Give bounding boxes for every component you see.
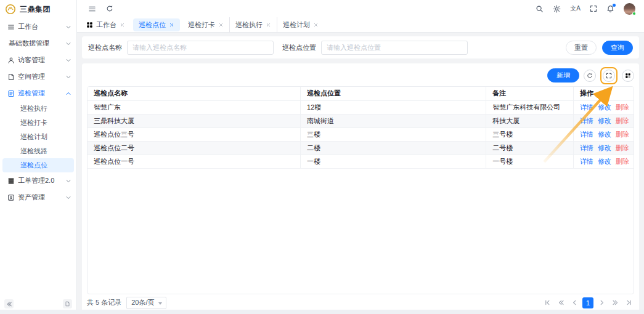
- edit-link[interactable]: 修改: [598, 117, 611, 124]
- next-group-button[interactable]: [609, 297, 621, 308]
- delete-link[interactable]: 删除: [616, 117, 629, 124]
- translate-icon[interactable]: 文A: [570, 6, 581, 12]
- sidebar-item-inspection-execute[interactable]: 巡检执行: [0, 102, 76, 116]
- cell-location: 南城街道: [301, 114, 486, 127]
- first-page-icon: [544, 299, 551, 306]
- point-location-label: 巡检点位置: [282, 43, 316, 52]
- visitor-icon: [7, 57, 15, 64]
- edit-link[interactable]: 修改: [598, 158, 611, 165]
- sidebar-item-label: 访客管理: [18, 55, 62, 65]
- chevron-left-icon: [571, 299, 578, 306]
- last-page-icon: [626, 299, 632, 306]
- chevron-down-icon: [65, 74, 71, 80]
- menu-collapse-icon[interactable]: [88, 5, 96, 13]
- sidebar-item-space[interactable]: 空间管理: [0, 68, 76, 85]
- cell-remark: 二号楼: [486, 141, 574, 155]
- close-icon[interactable]: [266, 22, 271, 28]
- column-header-remark: 备注: [486, 87, 574, 100]
- cell-remark: 三号楼: [486, 127, 574, 141]
- detail-link[interactable]: 详情: [580, 158, 593, 165]
- collapse-sidebar-button[interactable]: [4, 299, 14, 308]
- close-icon[interactable]: [313, 22, 319, 28]
- main-area: 文A 工作台 巡检点位 巡检打卡 巡检执行: [77, 0, 644, 314]
- tab-inspection-plan[interactable]: 巡检计划: [277, 17, 324, 33]
- tab-inspection-checkin[interactable]: 巡检打卡: [182, 17, 229, 33]
- next-page-button[interactable]: [596, 297, 607, 308]
- sidebar-item-inspection-route[interactable]: 巡检线路: [0, 144, 76, 158]
- tab-label: 工作台: [96, 20, 116, 30]
- refresh-table-icon[interactable]: [584, 70, 596, 82]
- sidebar-item-workbench[interactable]: 工作台: [0, 18, 76, 35]
- close-icon[interactable]: [169, 22, 174, 28]
- tab-inspection-execute[interactable]: 巡检执行: [229, 17, 277, 33]
- last-page-button[interactable]: [623, 297, 634, 308]
- refresh-page-icon[interactable]: [106, 5, 113, 12]
- delete-link[interactable]: 删除: [616, 158, 629, 165]
- cell-remark: 一号楼: [486, 155, 574, 168]
- brand-header: 三鼎集团: [0, 0, 76, 18]
- first-page-button[interactable]: [542, 297, 553, 308]
- table-card: 新增 巡检点名称 巡检点位置 备注 操作: [82, 63, 639, 314]
- fullscreen-icon[interactable]: [590, 5, 597, 12]
- search-form: 巡检点名称 巡检点位置 重置 查询: [82, 36, 639, 58]
- edit-link[interactable]: 修改: [598, 131, 611, 138]
- sidebar-item-label: 基础数据管理: [9, 39, 62, 48]
- sidebar-item-inspection-checkin[interactable]: 巡检打卡: [0, 116, 76, 130]
- company-name: 三鼎集团: [20, 4, 51, 15]
- chevron-up-icon: [65, 91, 71, 97]
- column-settings-icon[interactable]: [622, 70, 634, 82]
- prev-group-button[interactable]: [555, 297, 566, 308]
- close-icon[interactable]: [120, 22, 125, 28]
- sidebar-item-label: 巡检管理: [18, 89, 62, 98]
- detail-link[interactable]: 详情: [580, 131, 593, 138]
- sidebar-item-workorder[interactable]: 工单管理2.0: [0, 172, 76, 189]
- user-avatar[interactable]: [624, 3, 635, 15]
- settings-gear-icon[interactable]: [553, 5, 561, 13]
- sidebar-item-label: 巡检打卡: [20, 118, 71, 127]
- sidebar-item-base-data[interactable]: 基础数据管理: [0, 35, 76, 52]
- notification-bell-icon[interactable]: [606, 5, 614, 13]
- close-icon[interactable]: [218, 22, 224, 28]
- delete-link[interactable]: 删除: [616, 103, 629, 111]
- sidebar: 三鼎集团 工作台 基础数据管理 访客管理 空间管理 巡检管理 巡检执行: [0, 0, 77, 314]
- sidebar-item-label: 空间管理: [18, 72, 62, 81]
- cell-remark: 科技大厦: [486, 114, 574, 127]
- panel-toggle-button[interactable]: [63, 299, 72, 308]
- cell-name: 巡检点位二号: [88, 141, 301, 155]
- notification-dot: [613, 4, 616, 7]
- prev-page-button[interactable]: [569, 297, 580, 308]
- page-size-select[interactable]: 20条/页: [126, 297, 166, 309]
- query-button[interactable]: 查询: [602, 41, 633, 55]
- sidebar-item-visitor[interactable]: 访客管理: [0, 52, 76, 68]
- detail-link[interactable]: 详情: [580, 117, 593, 124]
- sidebar-item-label: 巡检点位: [20, 161, 69, 170]
- tab-label: 巡检打卡: [188, 20, 215, 30]
- page-number-current[interactable]: 1: [582, 297, 593, 308]
- detail-link[interactable]: 详情: [580, 103, 593, 111]
- tab-workbench[interactable]: 工作台: [81, 17, 131, 33]
- pagination-bar: 共 5 条记录 20条/页 1: [87, 294, 634, 311]
- cell-location: 三楼: [301, 127, 486, 141]
- sidebar-item-asset[interactable]: 资产管理: [0, 189, 76, 206]
- sidebar-item-inspection-point[interactable]: 巡检点位: [2, 158, 74, 172]
- sidebar-item-inspection[interactable]: 巡检管理: [0, 85, 76, 102]
- tab-label: 巡检执行: [235, 20, 263, 30]
- add-button[interactable]: 新增: [547, 68, 579, 83]
- tab-inspection-point[interactable]: 巡检点位: [133, 18, 180, 31]
- reset-button[interactable]: 重置: [566, 41, 597, 55]
- point-name-input[interactable]: [127, 41, 274, 55]
- top-header: 文A: [77, 0, 644, 17]
- double-chevron-left-icon: [558, 299, 565, 306]
- edit-link[interactable]: 修改: [598, 103, 611, 111]
- point-location-input[interactable]: [321, 41, 468, 55]
- bottom-strip: [0, 310, 644, 314]
- fullscreen-table-icon[interactable]: [603, 70, 615, 82]
- edit-link[interactable]: 修改: [598, 144, 611, 151]
- sidebar-item-inspection-plan[interactable]: 巡检计划: [0, 130, 76, 144]
- search-icon[interactable]: [536, 5, 544, 13]
- cell-name: 智慧广东: [88, 100, 301, 114]
- delete-link[interactable]: 删除: [616, 131, 629, 138]
- chevron-down-icon: [65, 195, 71, 201]
- detail-link[interactable]: 详情: [580, 144, 593, 151]
- delete-link[interactable]: 删除: [616, 144, 629, 151]
